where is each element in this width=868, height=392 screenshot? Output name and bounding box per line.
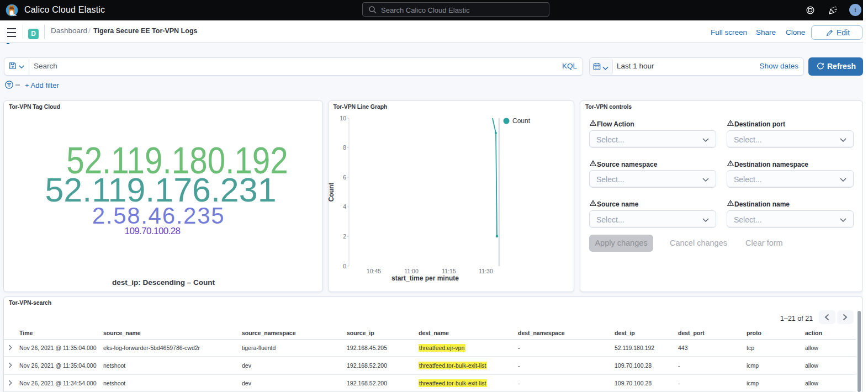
svg-text:start_time per minute: start_time per minute xyxy=(391,274,459,282)
svg-text:11:15: 11:15 xyxy=(442,268,456,274)
svg-text:Count: Count xyxy=(327,183,335,202)
svg-text:0: 0 xyxy=(343,263,346,269)
svg-text:Count: Count xyxy=(512,117,531,125)
svg-text:4: 4 xyxy=(343,203,346,210)
svg-text:11:00: 11:00 xyxy=(404,268,419,274)
svg-text:10:45: 10:45 xyxy=(367,268,381,274)
svg-text:10: 10 xyxy=(340,115,346,121)
svg-text:8: 8 xyxy=(343,144,346,151)
svg-text:2: 2 xyxy=(343,233,346,240)
svg-text:6: 6 xyxy=(343,174,346,181)
svg-text:11:30: 11:30 xyxy=(479,268,493,274)
